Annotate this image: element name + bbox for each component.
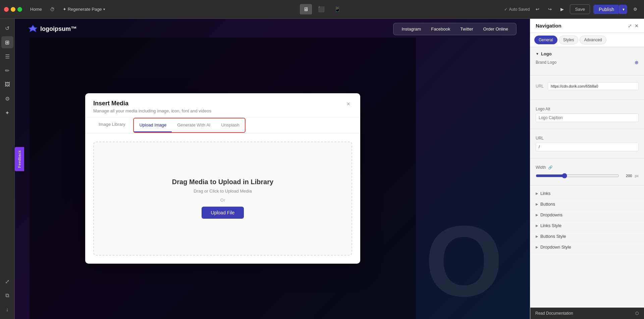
mobile-view-button[interactable]: 📱 [331,4,344,14]
maximize-traffic-light[interactable] [17,7,22,12]
logo-section-header[interactable]: ▼ Logo [536,51,639,56]
url-row-1: URL https://cdn.dorik.com/65b8a0 [536,82,639,90]
sidebar-item-layers[interactable]: ⧉ [1,289,13,302]
sidebar-item-grid[interactable]: ⊞ [1,36,13,48]
dropdowns-expandable[interactable]: ▶ Dropdowns [530,210,644,220]
logo-alt-input[interactable] [536,113,639,122]
links-expandable[interactable]: ▶ Links [530,188,644,199]
play-icon: ▶ [560,7,564,12]
buttons-style-label: Buttons Style [540,234,566,239]
sidebar-item-image[interactable]: 🖼 [1,78,13,91]
links-style-expandable[interactable]: ▶ Links Style [530,220,644,231]
publish-chevron-icon: ▾ [623,7,625,12]
tab-image-library[interactable]: Image Library [93,118,130,134]
redo-button[interactable]: ↪ [545,5,554,13]
tab-upload-image[interactable]: Upload Image [134,118,172,132]
buttons-style-expandable[interactable]: ▶ Buttons Style [530,231,644,242]
modal-tabs: Image Library Upload Image Generate With… [85,118,360,134]
feedback-button[interactable]: Feedback [15,147,24,171]
tab-unsplash[interactable]: Unsplash [216,118,245,132]
sidebar-item-elements[interactable]: ✦ [1,107,13,119]
image-library-tab-label: Image Library [99,122,125,127]
close-traffic-light[interactable] [4,7,9,12]
undo-button[interactable]: ↩ [533,5,542,13]
sidebar-item-pages[interactable]: ☰ [1,50,13,62]
minimize-traffic-light[interactable] [11,7,15,12]
settings-button[interactable]: ⚙ [631,5,640,13]
save-button[interactable]: Save [570,4,590,14]
nav-link-order[interactable]: Order Online [479,25,513,33]
nav-link-instagram[interactable]: Instagram [397,25,426,33]
dropdowns-label: Dropdowns [540,212,562,217]
read-doc-icon: ⬡ [635,311,639,316]
divider-5 [530,185,644,185]
modal-overlay[interactable]: Insert Media Manage all your media inclu… [30,38,416,319]
play-button[interactable]: ▶ [558,5,567,13]
tablet-view-button[interactable]: ⬛ [315,4,328,14]
publish-dropdown-button[interactable]: ▾ [620,5,627,14]
upload-file-label: Upload File [211,210,235,215]
tab-styles[interactable]: Styles [559,36,579,44]
upload-or-label: Or [220,198,225,203]
panel-close-icon[interactable]: ✕ [635,23,639,29]
panel-header: Navigation ⤢ ✕ [530,19,644,33]
buttons-expand-icon: ▶ [536,202,538,206]
tab-generate-ai[interactable]: Generate With AI [172,118,216,132]
top-bar-left: Home ⏱ ✦ Regenerate Page ▾ [28,5,108,13]
preview-hero-text: O [425,203,503,319]
sidebar-item-edit[interactable]: ✏ [1,64,13,76]
read-documentation-bar[interactable]: Read Documentation ⬡ [530,308,644,319]
home-button[interactable]: Home [28,5,45,13]
buttons-expandable[interactable]: ▶ Buttons [530,199,644,210]
brand-logo-link-icon[interactable]: ⊕ [635,60,639,65]
unsplash-tab-label: Unsplash [221,122,239,127]
upload-file-button[interactable]: Upload File [202,207,244,219]
brand-logo-label: Brand Logo [536,60,556,65]
panel-title: Navigation [536,23,561,29]
url-input-1[interactable]: https://cdn.dorik.com/65b8a0 [548,82,639,90]
dropdown-style-expandable[interactable]: ▶ Dropdown Style [530,242,644,253]
width-unit: px [635,174,639,178]
logo-section-label: Logo [541,51,552,56]
sidebar-item-expand[interactable]: ⤢ [1,275,13,287]
tab-advanced[interactable]: Advanced [580,36,606,44]
check-icon: ✓ [504,7,507,12]
regenerate-label: Regenerate Page [68,7,102,12]
panel-header-icons: ⤢ ✕ [628,23,639,29]
tablet-icon: ⬛ [318,6,325,12]
url-input-2[interactable] [536,143,639,151]
upload-drop-zone[interactable]: Drag Media to Upload in Library Drag or … [93,142,352,256]
divider-3 [530,129,644,129]
links-label: Links [540,191,550,196]
sidebar-item-refresh[interactable]: ↺ [1,22,13,34]
regenerate-button[interactable]: ✦ Regenerate Page ▾ [60,5,108,13]
width-link-icon[interactable]: 🔗 [548,165,553,170]
undo-icon: ↩ [536,7,539,12]
history-icon: ⏱ [50,7,55,12]
width-range-input[interactable] [536,173,619,178]
panel-expand-icon[interactable]: ⤢ [628,23,632,29]
nav-link-twitter[interactable]: Twitter [455,25,478,33]
publish-button[interactable]: Publish [593,5,620,14]
history-button[interactable]: ⏱ [47,5,57,13]
tab-general[interactable]: General [534,36,557,44]
dropdown-style-label: Dropdown Style [540,245,571,250]
publish-label: Publish [599,7,614,12]
width-range-container: 200 px [536,173,639,178]
url-value-1: https://cdn.dorik.com/65b8a0 [551,84,598,88]
modal-close-button[interactable]: × [344,100,352,108]
settings-icon: ⚙ [633,7,637,12]
nav-link-facebook[interactable]: Facebook [426,25,455,33]
upload-image-tab-label: Upload Image [139,122,166,127]
preview-logo: logoipsum™ [28,24,77,34]
links-style-label: Links Style [540,223,561,228]
sidebar-item-export[interactable]: ↓ [1,304,13,316]
logo-alt-label: Logo Alt [536,107,639,111]
modal-subtitle: Manage all your media including image, i… [93,108,211,113]
save-label: Save [575,7,585,12]
desktop-view-button[interactable]: 🖥 [300,4,312,14]
regenerate-icon: ✦ [63,7,66,12]
sidebar-item-settings[interactable]: ⚙ [1,93,13,105]
collapse-icon: ▼ [536,52,539,56]
panel-tabs: General Styles Advanced [530,33,644,47]
